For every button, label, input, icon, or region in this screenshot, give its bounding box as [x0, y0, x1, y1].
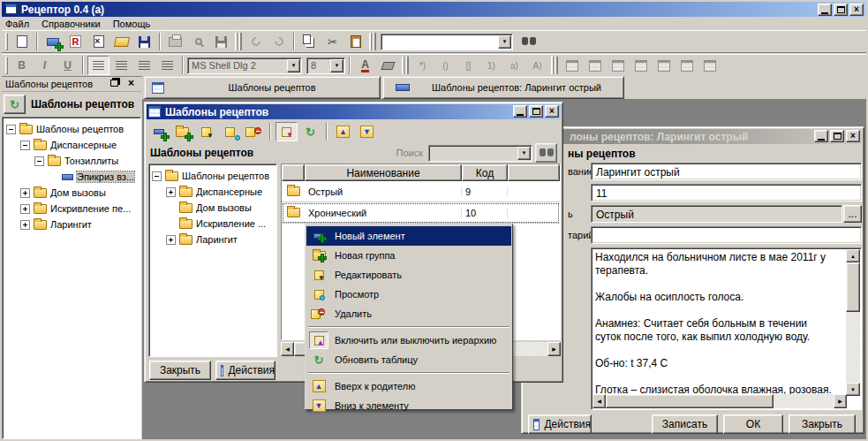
scrollbar-thumb[interactable] [606, 394, 774, 408]
cell-name[interactable]: Острый [305, 186, 462, 197]
collapse-icon[interactable] [20, 141, 30, 150]
tree-item-label[interactable]: Диспансерные [50, 140, 117, 150]
view-button[interactable] [219, 122, 241, 141]
tree-item-label[interactable]: Шаблоны рецептов [36, 124, 124, 134]
tree-item[interactable]: Диспансерные [3, 137, 140, 153]
tree-item-label[interactable]: Эпикриз вз... [77, 171, 134, 182]
menu-item-refresh-table[interactable]: ↻ Обновить таблицу [306, 350, 511, 369]
tree-item-label[interactable]: Дом вызовы [196, 202, 252, 213]
highlight-color-button[interactable] [377, 56, 399, 75]
column-header-code[interactable]: Код [462, 164, 508, 181]
ok-button[interactable]: ОК [723, 414, 783, 434]
parent-browse-button[interactable]: ... [843, 205, 862, 223]
menu-item-down-to-element[interactable]: ▼ Вниз к элементу [306, 396, 511, 415]
maximize-button[interactable] [830, 130, 844, 142]
tree-item[interactable]: Шаблоны рецептов [149, 168, 276, 184]
menu-file[interactable]: Файл [5, 19, 29, 29]
close-list-button[interactable]: Закрыть [149, 361, 211, 380]
toolbar-gripper[interactable] [402, 57, 409, 74]
tree-item[interactable]: Дом вызовы [3, 185, 140, 201]
menu-item-label[interactable]: Вверх к родителю [335, 381, 416, 392]
down-to-element-button[interactable]: ▼ [356, 122, 378, 141]
name-field[interactable]: Ларингит острый [591, 163, 862, 180]
menu-item-edit[interactable]: ▼ Редактировать [306, 265, 511, 285]
align-center-button[interactable] [110, 56, 132, 75]
scroll-right-icon[interactable]: ▶ [834, 394, 847, 408]
menu-item-view[interactable]: Просмотр [306, 285, 511, 304]
cell-name[interactable]: Хронический [305, 208, 462, 218]
align-justify-button[interactable] [156, 56, 178, 75]
tree-item[interactable]: Шаблоны рецептов [3, 121, 140, 137]
menu-item-delete[interactable]: Удалить [306, 304, 511, 323]
template-body-textarea[interactable]: Находился на больничном листе в мае 2011… [591, 247, 862, 410]
dropdown-icon[interactable]: ▼ [287, 59, 300, 72]
menu-item-label[interactable]: Просмотр [335, 289, 379, 300]
collapse-icon[interactable] [34, 156, 44, 166]
tree-item[interactable]: Искривление пе... [3, 201, 140, 217]
bold-button[interactable]: B [11, 56, 33, 75]
tree-item-label[interactable]: Искривление ... [196, 218, 266, 229]
font-name-combo[interactable]: MS Shell Dlg 2 ▼ [187, 57, 302, 74]
menu-item-label[interactable]: Вниз к элементу [335, 400, 409, 411]
tree-item[interactable]: Тонзиллиты [3, 153, 140, 169]
copy-button[interactable] [298, 32, 321, 51]
menu-item-label[interactable]: Обновить таблицу [335, 354, 418, 365]
find-button[interactable] [517, 32, 540, 51]
refresh-table-button[interactable]: ↻ [299, 122, 321, 141]
search-button[interactable] [535, 143, 557, 163]
scroll-down-icon[interactable]: ▼ [846, 383, 860, 396]
italic-button[interactable]: I [34, 56, 56, 75]
dropdown-icon[interactable]: ▼ [517, 147, 531, 160]
table-row[interactable]: Острый 9 [282, 181, 560, 202]
search-combo[interactable]: ▼ [428, 145, 532, 162]
minimize-button[interactable] [513, 105, 527, 118]
tab-templates[interactable]: Шаблоны рецептов [144, 76, 381, 99]
align-left-button[interactable] [87, 56, 109, 75]
cell-code[interactable]: 9 [462, 186, 508, 197]
refresh-button[interactable]: ↻ [4, 95, 26, 114]
close-button[interactable]: × [849, 4, 864, 16]
menu-item-up-to-parent[interactable]: ▲ Вверх к родителю [306, 376, 511, 396]
vertical-scrollbar[interactable]: ▲ ▼ [846, 249, 860, 396]
actions-button[interactable]: Действия [215, 361, 275, 380]
menu-item-label[interactable]: Включить или выключить иерархию [335, 335, 496, 346]
font-size-combo[interactable]: 8 ▼ [306, 57, 345, 74]
scrollbar-thumb[interactable] [846, 262, 860, 312]
new-group-button[interactable] [171, 122, 193, 141]
paste-button[interactable] [344, 32, 366, 51]
underline-button[interactable]: U [57, 56, 79, 75]
dropdown-icon[interactable]: ▼ [330, 59, 343, 72]
tree-item-label[interactable]: Искривление пе... [50, 203, 131, 214]
horizontal-scrollbar[interactable]: ◀ ▶ [593, 394, 847, 408]
toolbar-gripper[interactable] [5, 33, 8, 50]
maximize-button[interactable] [529, 105, 543, 118]
cell-code[interactable]: 10 [462, 208, 508, 218]
window1-titlebar[interactable]: Шаблоны рецептов × [147, 104, 561, 119]
scroll-left-icon[interactable]: ◀ [281, 342, 294, 356]
expand-icon[interactable] [20, 188, 30, 198]
collapse-icon[interactable] [152, 171, 162, 181]
menu-item-new-element[interactable]: Новый элемент [306, 226, 511, 246]
toolbar-gripper[interactable] [369, 33, 376, 50]
expand-icon[interactable] [166, 187, 176, 197]
scroll-left-icon[interactable]: ◀ [593, 394, 606, 408]
expand-icon[interactable] [20, 220, 30, 230]
close-button[interactable]: × [846, 130, 860, 142]
expand-icon[interactable] [20, 204, 30, 214]
tree-item[interactable]: Ларингит [3, 217, 140, 232]
delete-document-button[interactable]: × [87, 32, 109, 51]
tree-item[interactable]: Ларингит [149, 232, 276, 247]
minimize-button[interactable] [818, 4, 832, 16]
tab-label[interactable]: Шаблоны рецептов: Ларингит острый [432, 82, 601, 93]
html-new-button[interactable] [42, 32, 64, 51]
new-document-button[interactable] [11, 32, 33, 51]
hierarchy-toggle-button[interactable]: ▼ [275, 122, 298, 141]
expand-icon[interactable] [166, 235, 176, 245]
menu-item-label[interactable]: Редактировать [335, 270, 402, 280]
tree-item-label[interactable]: Тонзиллиты [64, 156, 118, 166]
tree-item-label[interactable]: Шаблоны рецептов [182, 171, 269, 181]
column-header-name[interactable]: Наименование [305, 164, 462, 181]
edit-button[interactable]: ▼ [195, 122, 217, 141]
comment-field[interactable] [591, 226, 862, 244]
tab-label[interactable]: Шаблоны рецептов [228, 82, 315, 93]
